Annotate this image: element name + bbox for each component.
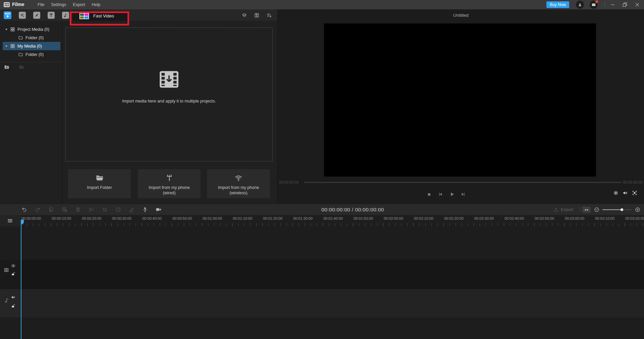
import-card-2[interactable]: Import from my phone (wireless)	[207, 169, 270, 198]
stop-icon[interactable]	[427, 192, 431, 197]
playhead-line	[21, 220, 21, 339]
modebar: Fast Video	[0, 9, 277, 21]
slider-knob[interactable]	[621, 208, 623, 211]
ruler-label-6: 00:01:00:00	[203, 216, 222, 220]
zoom-out-icon[interactable]	[594, 207, 599, 212]
slider-fill	[602, 209, 622, 210]
timeline-zoom-slider[interactable]	[602, 208, 631, 211]
timeline-ruler[interactable]: 00:00:00:0000:00:10:0000:00:20:0000:00:3…	[21, 215, 644, 226]
titlebar-separator	[605, 2, 605, 7]
tree-item-0[interactable]: Project Media (0)	[3, 25, 60, 33]
filmstrip-icon	[3, 267, 9, 273]
export-button[interactable]: Export	[553, 204, 574, 215]
expand-arrow-icon[interactable]	[5, 45, 8, 48]
menu-file[interactable]: File	[38, 2, 44, 7]
ruler-ticks	[21, 223, 644, 226]
minimize-icon[interactable]	[610, 2, 616, 8]
volume-icon[interactable]	[623, 190, 628, 196]
menu-export[interactable]: Export	[73, 2, 85, 7]
import-card-1[interactable]: Import from my phone (wired)	[138, 169, 201, 198]
preview-panel: Untitled 00:00:00:00 00:00:00:00	[277, 9, 644, 204]
hamburger-icon[interactable]	[7, 217, 13, 224]
fit-icon	[584, 208, 589, 212]
media-panel: Import media here and apply it to multip…	[63, 21, 277, 204]
redo-icon[interactable]	[35, 207, 41, 212]
paste-icon[interactable]	[62, 207, 67, 212]
record-icon[interactable]	[156, 207, 161, 212]
speaker-icon[interactable]	[11, 295, 16, 300]
expand-arrow-icon[interactable]	[5, 28, 8, 31]
import-hint-text: Import media here and apply it to multip…	[66, 99, 272, 104]
fit-timeline-button[interactable]	[582, 207, 591, 213]
import-card-0[interactable]: Import Folder	[68, 169, 131, 198]
fullscreen-icon[interactable]	[632, 190, 637, 196]
folder-icon	[18, 52, 23, 57]
unlock-icon[interactable]	[11, 272, 15, 276]
ruler-label-0: 00:00:00:00	[21, 216, 41, 220]
next-frame-icon[interactable]	[461, 192, 466, 197]
tree-item-2[interactable]: My Media (0)	[3, 42, 60, 50]
ruler-label-14: 00:02:20:00	[444, 216, 464, 220]
mode-button-transitions-icon[interactable]	[33, 12, 40, 19]
ruler-label-2: 00:00:20:00	[82, 216, 101, 220]
seek-bar[interactable]	[304, 182, 621, 183]
edit-icon[interactable]	[129, 207, 135, 212]
split-icon[interactable]	[89, 207, 94, 212]
grid-icon	[10, 27, 15, 32]
crop-icon[interactable]	[102, 207, 108, 212]
tree-item-label: Folder (0)	[25, 36, 44, 40]
audio-track-header	[0, 289, 21, 318]
menu-settings[interactable]: Settings	[51, 2, 66, 7]
folder-open-icon	[95, 174, 104, 182]
mode-button-media-icon[interactable]	[4, 11, 11, 19]
import-drop-area[interactable]: Import media here and apply it to multip…	[65, 27, 273, 161]
sort-icon[interactable]	[266, 12, 272, 18]
mic-icon[interactable]	[142, 207, 148, 212]
add-folder-icon[interactable]	[4, 64, 9, 70]
buy-now-button[interactable]: Buy Now	[546, 1, 569, 8]
prev-frame-icon[interactable]	[438, 192, 443, 197]
mode-button-text-icon[interactable]	[48, 12, 55, 19]
ruler-label-17: 00:02:50:00	[535, 216, 554, 220]
eye-icon[interactable]	[11, 263, 16, 268]
audio-track-lane	[21, 289, 644, 318]
layers-icon[interactable]	[241, 12, 247, 18]
import-buttons: Import FolderImport from my phone (wired…	[63, 169, 277, 198]
copy-icon[interactable]	[48, 207, 54, 212]
speed-icon[interactable]	[115, 207, 121, 212]
ruler-label-10: 00:01:40:00	[323, 216, 343, 220]
folder-actions	[4, 64, 24, 70]
mode-button-music-icon[interactable]	[62, 12, 69, 19]
titlebar: Filme FileSettingsExportHelp Buy Now	[0, 0, 644, 9]
timeline-tools	[21, 204, 161, 215]
elapsed-timecode: 00:00:00:00	[279, 180, 299, 184]
mode-button-effects-icon[interactable]	[19, 12, 26, 19]
note-icon	[4, 297, 10, 303]
remove-folder-icon[interactable]	[19, 64, 24, 70]
video-track	[0, 260, 644, 289]
notification-dot	[595, 0, 598, 3]
view-icons	[241, 9, 272, 21]
tree-item-label: Folder (0)	[25, 52, 44, 57]
menu-help[interactable]: Help	[92, 2, 100, 7]
audio-track	[0, 289, 644, 318]
play-icon[interactable]	[449, 192, 455, 197]
columns-icon[interactable]	[254, 12, 260, 18]
duration-timecode: 00:00:00:00	[623, 180, 643, 184]
settings-icon[interactable]	[613, 190, 619, 196]
mail-icon	[591, 2, 596, 7]
undo-icon[interactable]	[21, 207, 27, 212]
messages-button[interactable]	[590, 1, 598, 9]
unlock-icon[interactable]	[11, 304, 15, 308]
mode-icons	[4, 9, 69, 21]
upload-icon	[553, 207, 558, 212]
ruler-label-7: 00:01:10:00	[233, 216, 252, 220]
account-button[interactable]	[576, 1, 584, 9]
close-icon[interactable]	[634, 2, 640, 8]
zoom-in-icon[interactable]	[635, 207, 640, 212]
ruler-label-9: 00:01:30:00	[293, 216, 313, 220]
restore-icon[interactable]	[622, 2, 628, 8]
delete-icon[interactable]	[75, 207, 81, 212]
ruler-label-4: 00:00:40:00	[142, 216, 162, 220]
grid-icon	[10, 44, 15, 49]
